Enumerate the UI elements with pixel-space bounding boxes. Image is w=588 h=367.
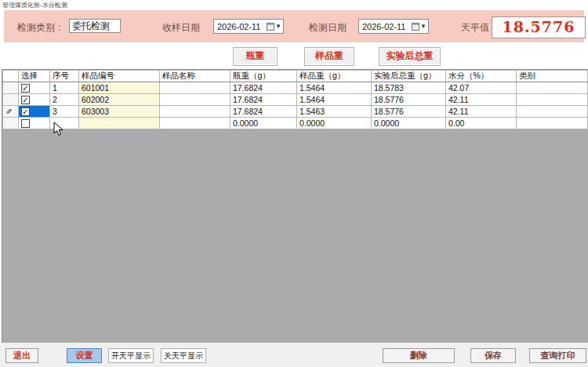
header-band: 检测类别： 委托检测 收样日期 2026-02-11 ▼ 检测日期 2026-0… bbox=[4, 10, 584, 42]
row-checkbox-cell[interactable]: ✓ bbox=[19, 106, 50, 118]
delete-button[interactable]: 删除 bbox=[383, 348, 455, 363]
column-header[interactable]: 选择 bbox=[19, 71, 50, 82]
row-checkbox[interactable] bbox=[21, 119, 30, 128]
total-weight-after-button[interactable]: 实验后总重 bbox=[379, 47, 441, 66]
receive-date-label: 收样日期 bbox=[162, 21, 200, 35]
row-checkbox[interactable]: ✓ bbox=[21, 84, 30, 93]
column-header[interactable]: 样品编号 bbox=[79, 71, 160, 82]
query-print-button[interactable]: 查询打印 bbox=[529, 348, 586, 363]
table-cell-category[interactable] bbox=[517, 82, 588, 94]
table-cell-category[interactable] bbox=[517, 94, 588, 106]
table-row: ✓160100117.68241.546418.578342.07 bbox=[3, 82, 588, 94]
category-input[interactable]: 委托检测 bbox=[69, 19, 121, 33]
row-checkbox[interactable]: ✓ bbox=[21, 107, 30, 116]
calendar-icon bbox=[267, 23, 274, 31]
table-cell-sample-name[interactable] bbox=[160, 82, 230, 94]
chevron-down-icon[interactable]: ▼ bbox=[420, 23, 426, 30]
table-cell-sample-weight[interactable]: 1.5464 bbox=[297, 94, 372, 106]
table-cell-total-weight[interactable]: 0.0000 bbox=[372, 118, 446, 129]
row-checkbox-cell[interactable]: ✓ bbox=[19, 94, 50, 106]
row-checkbox[interactable]: ✓ bbox=[21, 96, 30, 104]
receive-date-value: 2026-02-11 bbox=[214, 22, 267, 31]
balance-label: 天平值 bbox=[461, 21, 489, 35]
table-header-row: 选择序号样品编号样品名称瓶重（g）样品重（g）实验后总重（g）水分（%）类别 bbox=[3, 71, 588, 82]
column-header[interactable]: 水分（%） bbox=[446, 71, 517, 82]
table-cell-seq[interactable]: 2 bbox=[50, 94, 79, 106]
table-cell-seq[interactable]: 1 bbox=[50, 82, 79, 94]
column-header[interactable]: 实验后总重（g） bbox=[372, 71, 446, 82]
table-cell-sample-weight[interactable]: 0.0000 bbox=[297, 118, 372, 129]
table-cell-bottle-weight[interactable]: 0.0000 bbox=[230, 118, 297, 129]
data-grid-area: 选择序号样品编号样品名称瓶重（g）样品重（g）实验后总重（g）水分（%）类别 ✓… bbox=[2, 69, 588, 344]
table-cell-total-weight[interactable]: 18.5783 bbox=[372, 82, 446, 94]
settings-button[interactable]: 设置 bbox=[67, 348, 102, 363]
table-cell-sample-weight[interactable]: 1.5464 bbox=[297, 82, 372, 94]
footer-bar: 退出 设置 开天平显示 关天平显示 删除 保存 查询打印 bbox=[0, 343, 588, 367]
column-header[interactable]: 样品名称 bbox=[160, 71, 230, 82]
row-checkbox-cell[interactable] bbox=[19, 118, 50, 129]
edit-pencil-icon: ✎ bbox=[5, 107, 12, 116]
table-cell-sample-id[interactable]: 602002 bbox=[79, 94, 160, 106]
table-cell-sample-id[interactable]: 603003 bbox=[79, 106, 160, 118]
mouse-cursor bbox=[53, 122, 64, 137]
test-date-label: 检测日期 bbox=[309, 21, 347, 35]
test-date-value: 2026-02-11 bbox=[359, 22, 412, 31]
bottle-weight-button[interactable]: 瓶重 bbox=[233, 47, 278, 66]
table-cell-sample-id[interactable] bbox=[79, 118, 160, 129]
category-label: 检测类别： bbox=[17, 21, 64, 35]
table-cell-sample-weight[interactable]: 1.5463 bbox=[297, 106, 372, 118]
row-selector-cell[interactable]: ✎ bbox=[3, 106, 19, 118]
row-selector-cell[interactable] bbox=[3, 82, 19, 94]
table-cell-category[interactable] bbox=[517, 106, 588, 118]
table-cell-moisture[interactable]: 42.07 bbox=[446, 82, 517, 94]
close-balance-display-button[interactable]: 关天平显示 bbox=[161, 348, 206, 363]
sample-table: 选择序号样品编号样品名称瓶重（g）样品重（g）实验后总重（g）水分（%）类别 ✓… bbox=[2, 70, 588, 129]
table-row: 0.00000.00000.00000.00 bbox=[3, 118, 588, 129]
window-title: 管理煤质化验-水分检测 bbox=[2, 1, 67, 9]
table-cell-category[interactable] bbox=[517, 118, 588, 129]
table-cell-sample-name[interactable] bbox=[160, 106, 230, 118]
save-button[interactable]: 保存 bbox=[470, 348, 516, 363]
balance-value: 18.5776 bbox=[492, 16, 586, 38]
table-cell-sample-id[interactable]: 601001 bbox=[79, 82, 160, 94]
column-header[interactable]: 类别 bbox=[517, 71, 588, 82]
receive-date-picker[interactable]: 2026-02-11 ▼ bbox=[213, 19, 284, 34]
table-cell-total-weight[interactable]: 18.5776 bbox=[372, 94, 446, 106]
table-cell-bottle-weight[interactable]: 17.6824 bbox=[230, 106, 297, 118]
table-cell-total-weight[interactable]: 18.5776 bbox=[372, 106, 446, 118]
row-selector-cell[interactable] bbox=[3, 94, 19, 106]
row-selector-header[interactable] bbox=[3, 71, 19, 82]
row-checkbox-cell[interactable]: ✓ bbox=[19, 82, 50, 94]
test-date-picker[interactable]: 2026-02-11 ▼ bbox=[358, 19, 429, 34]
table-cell-moisture[interactable]: 42.11 bbox=[446, 94, 517, 106]
column-header[interactable]: 瓶重（g） bbox=[230, 71, 297, 82]
table-cell-moisture[interactable]: 42.11 bbox=[446, 106, 517, 118]
column-header[interactable]: 样品重（g） bbox=[297, 71, 372, 82]
open-balance-display-button[interactable]: 开天平显示 bbox=[108, 348, 154, 363]
calendar-icon bbox=[412, 23, 419, 31]
row-selector-cell[interactable] bbox=[3, 118, 19, 129]
chevron-down-icon[interactable]: ▼ bbox=[275, 23, 281, 30]
table-cell-sample-name[interactable] bbox=[160, 118, 230, 129]
table-row: ✎✓360300317.68241.546318.577642.11 bbox=[3, 106, 588, 118]
table-cell-bottle-weight[interactable]: 17.6824 bbox=[230, 82, 297, 94]
table-row: ✓260200217.68241.546418.577642.11 bbox=[3, 94, 588, 106]
table-cell-sample-name[interactable] bbox=[160, 94, 230, 106]
column-header[interactable]: 序号 bbox=[50, 71, 79, 82]
table-cell-moisture[interactable]: 0.00 bbox=[446, 118, 517, 129]
table-cell-seq[interactable]: 3 bbox=[50, 106, 79, 118]
sample-weight-button[interactable]: 样品重 bbox=[304, 47, 354, 66]
table-cell-bottle-weight[interactable]: 17.6824 bbox=[230, 94, 297, 106]
exit-button[interactable]: 退出 bbox=[5, 348, 38, 363]
